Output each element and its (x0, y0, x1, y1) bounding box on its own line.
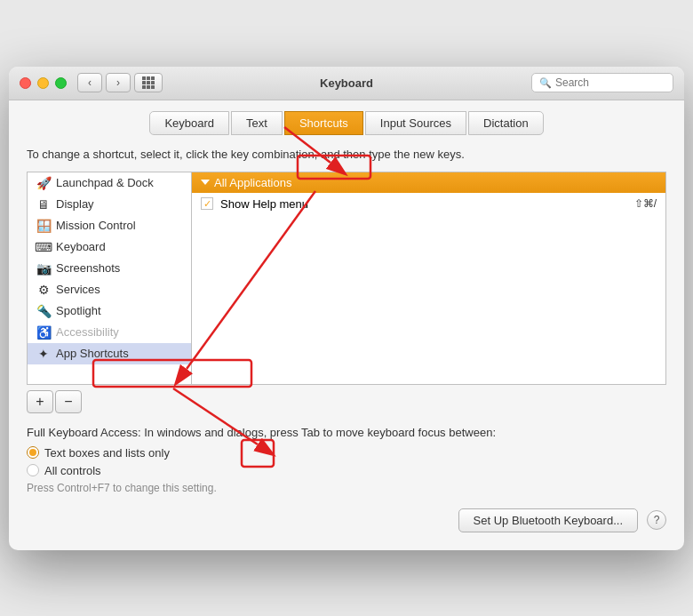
traffic-lights (20, 77, 67, 89)
back-button[interactable]: ‹ (77, 73, 102, 92)
sidebar-label-accessibility: Accessibility (56, 325, 119, 339)
content-area: To change a shortcut, select it, click t… (9, 135, 684, 550)
press-hint: Press Control+F7 to change this setting. (27, 482, 666, 494)
radio-text-boxes-inner (29, 449, 36, 456)
all-applications-header: All Applications (192, 172, 665, 193)
maximize-button[interactable] (55, 77, 67, 89)
bottom-buttons: + − (27, 390, 666, 413)
sidebar-item-services[interactable]: ⚙ Services (28, 279, 191, 300)
close-button[interactable] (20, 77, 31, 89)
services-icon: ⚙ (36, 283, 51, 297)
window-title: Keyboard (320, 76, 373, 90)
sidebar-label-launchpad: Launchpad & Dock (56, 176, 154, 189)
tab-keyboard[interactable]: Keyboard (149, 111, 229, 135)
radio-all-controls[interactable]: All controls (27, 464, 666, 477)
sidebar-item-spotlight[interactable]: 🔦 Spotlight (28, 300, 191, 322)
bottom-row: Set Up Bluetooth Keyboard... ? (27, 508, 666, 532)
search-icon: 🔍 (539, 77, 552, 89)
add-shortcut-button[interactable]: + (27, 390, 53, 413)
checkbox-help[interactable]: ✓ (201, 197, 213, 210)
sidebar-label-mission-control: Mission Control (56, 219, 136, 232)
tab-dictation[interactable]: Dictation (468, 111, 544, 135)
all-applications-label: All Applications (214, 176, 291, 189)
content-panel: All Applications ✓ Show Help menu ⇧⌘/ (192, 172, 665, 384)
keyboard-access: Full Keyboard Access: In windows and dia… (27, 426, 666, 494)
sidebar-label-app-shortcuts: App Shortcuts (56, 347, 129, 360)
main-panel: 🚀 Launchpad & Dock 🖥 Display 🪟 Mission C… (27, 172, 666, 385)
triangle-icon (201, 180, 210, 185)
sidebar-label-display: Display (56, 197, 94, 211)
forward-button[interactable]: › (106, 73, 131, 92)
sidebar-label-services: Services (56, 283, 100, 296)
sidebar: 🚀 Launchpad & Dock 🖥 Display 🪟 Mission C… (28, 172, 192, 384)
app-shortcuts-icon: ✦ (36, 347, 51, 361)
grid-button[interactable] (134, 73, 163, 92)
setup-bluetooth-button[interactable]: Set Up Bluetooth Keyboard... (458, 508, 638, 532)
screenshots-icon: 📷 (36, 261, 51, 276)
sidebar-item-mission-control[interactable]: 🪟 Mission Control (28, 215, 191, 236)
shortcut-row-help: ✓ Show Help menu ⇧⌘/ (192, 193, 665, 215)
sidebar-item-app-shortcuts[interactable]: ✦ App Shortcuts (28, 343, 191, 364)
tab-input-sources[interactable]: Input Sources (365, 111, 466, 135)
sidebar-label-screenshots: Screenshots (56, 261, 120, 275)
sidebar-item-launchpad[interactable]: 🚀 Launchpad & Dock (28, 172, 191, 194)
help-button[interactable]: ? (647, 510, 666, 530)
search-input[interactable] (555, 76, 665, 89)
shortcut-name-help: Show Help menu (220, 197, 627, 211)
nav-buttons: ‹ › (77, 73, 131, 92)
radio-text-boxes[interactable]: Text boxes and lists only (27, 446, 666, 460)
sidebar-item-screenshots[interactable]: 📷 Screenshots (28, 258, 191, 279)
shortcut-key-help: ⇧⌘/ (634, 197, 657, 210)
minimize-button[interactable] (37, 77, 49, 89)
spotlight-icon: 🔦 (36, 304, 51, 318)
radio-all-controls-label: All controls (44, 464, 101, 477)
grid-icon (142, 76, 155, 89)
instruction-text: To change a shortcut, select it, click t… (27, 148, 666, 161)
tab-shortcuts[interactable]: Shortcuts (284, 111, 363, 135)
tabs-bar: Keyboard Text Shortcuts Input Sources Di… (9, 100, 684, 135)
tab-text[interactable]: Text (231, 111, 283, 135)
sidebar-item-keyboard[interactable]: ⌨ Keyboard (28, 236, 191, 258)
keyboard-icon: ⌨ (36, 240, 51, 254)
radio-text-boxes-button[interactable] (27, 446, 39, 459)
search-box[interactable]: 🔍 (531, 73, 673, 92)
remove-shortcut-button[interactable]: − (55, 390, 82, 413)
keyboard-access-title: Full Keyboard Access: In windows and dia… (27, 426, 666, 439)
mission-control-icon: 🪟 (36, 219, 51, 233)
accessibility-icon: ♿ (36, 325, 51, 340)
sidebar-item-accessibility[interactable]: ♿ Accessibility (28, 322, 191, 343)
launchpad-icon: 🚀 (36, 176, 51, 190)
display-icon: 🖥 (36, 197, 51, 212)
sidebar-label-keyboard: Keyboard (56, 240, 106, 253)
radio-text-boxes-label: Text boxes and lists only (44, 446, 170, 460)
titlebar: ‹ › Keyboard 🔍 (9, 67, 684, 100)
radio-all-controls-button[interactable] (27, 464, 39, 476)
sidebar-label-spotlight: Spotlight (56, 304, 101, 317)
sidebar-item-display[interactable]: 🖥 Display (28, 194, 191, 215)
